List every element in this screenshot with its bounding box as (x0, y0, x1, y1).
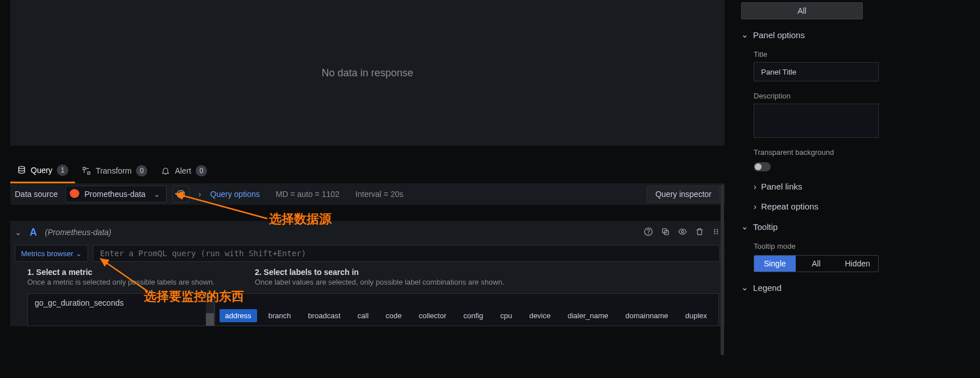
metrics-browser-toggle[interactable]: Metrics browser ⌄ (15, 245, 88, 262)
label-chip-dialer_name[interactable]: dialer_name (562, 309, 614, 322)
transparent-label: Transparent background (754, 148, 975, 157)
promql-input[interactable] (93, 245, 720, 262)
datasource-select[interactable]: Prometheus-data ⌄ (65, 186, 166, 203)
title-label: Title (754, 50, 975, 59)
scrollbar-thumb[interactable] (206, 313, 214, 326)
prometheus-icon (69, 189, 80, 199)
query-delete-button[interactable] (695, 227, 704, 238)
tooltip-mode-hidden[interactable]: Hidden (837, 256, 878, 272)
label-chip-device[interactable]: device (523, 309, 556, 322)
query-letter[interactable]: A (30, 227, 37, 239)
chevron-right-icon: › (754, 202, 756, 211)
chevron-right-icon: › (754, 182, 756, 191)
tab-query-label: Query (31, 166, 52, 175)
svg-point-13 (717, 233, 718, 234)
tab-alert[interactable]: Alert 0 (154, 158, 214, 183)
svg-point-12 (714, 233, 716, 234)
helper-select-labels-text: Once label values are selected, only pos… (255, 278, 708, 286)
svg-point-9 (717, 229, 718, 230)
tab-query-count: 1 (57, 165, 68, 176)
svg-point-7 (681, 231, 684, 233)
tooltip-mode-single[interactable]: Single (754, 256, 796, 272)
helper-select-metric-text: Once a metric is selected only possible … (27, 278, 238, 286)
datasource-selected: Prometheus-data (84, 190, 145, 199)
chevron-down-icon: ⌄ (741, 282, 749, 293)
metric-list[interactable]: go_gc_duration_seconds ▴ (27, 293, 214, 326)
tooltip-section[interactable]: ⌄ Tooltip (741, 221, 975, 232)
query-duplicate-button[interactable] (661, 227, 670, 238)
help-icon (644, 227, 653, 236)
chevron-down-icon: ⌄ (76, 249, 82, 258)
helper-select-labels-title: 2. Select labels to search in (255, 268, 708, 277)
label-chip-domainname[interactable]: domainname (620, 309, 674, 322)
tab-query[interactable]: Query 1 (10, 158, 75, 183)
chevron-down-icon: ⌄ (741, 221, 749, 232)
query-meta-md: MD = auto = 1102 (276, 190, 340, 199)
label-chip-call[interactable]: call (352, 309, 375, 322)
transparent-toggle[interactable] (754, 162, 771, 171)
chevron-right-icon: › (195, 190, 205, 199)
label-chip-cpu[interactable]: cpu (494, 309, 518, 322)
tab-alert-label: Alert (175, 166, 191, 175)
scroll-up-icon: ▴ (210, 295, 213, 301)
label-chip-broadcast[interactable]: broadcast (303, 309, 346, 322)
chevron-down-icon: ⌄ (154, 190, 160, 199)
svg-point-0 (19, 166, 25, 169)
bell-icon (161, 166, 170, 175)
svg-point-11 (717, 231, 718, 232)
legend-section[interactable]: ⌄ Legend (741, 282, 975, 293)
trash-icon (695, 227, 704, 236)
query-collapse-toggle[interactable]: ⌄ (15, 228, 22, 237)
copy-icon (661, 227, 670, 236)
label-chip-duplex[interactable]: duplex (680, 309, 713, 322)
svg-point-2 (181, 196, 181, 196)
tooltip-mode-segment[interactable]: SingleAllHidden (754, 255, 879, 272)
labels-list: addressbranchbroadcastcallcodecollectorc… (214, 293, 720, 326)
query-toggle-visibility-button[interactable] (678, 227, 687, 238)
panel-options-section[interactable]: ⌄ Panel options (741, 30, 975, 40)
tab-alert-count: 0 (196, 165, 207, 176)
tab-transform[interactable]: Transform 0 (75, 158, 154, 183)
database-icon (17, 166, 26, 175)
label-chip-code[interactable]: code (380, 309, 407, 322)
tooltip-mode-all[interactable]: All (796, 256, 837, 272)
query-datasource-display: (Prometheus-data) (45, 228, 111, 237)
datasource-help-button[interactable] (172, 186, 189, 203)
description-label: Description (754, 92, 975, 100)
panel-links-section[interactable]: › Panel links (754, 182, 975, 191)
query-options-toggle[interactable]: Query options (210, 190, 260, 199)
label-chip-address[interactable]: address (220, 309, 257, 322)
label-chip-collector[interactable]: collector (413, 309, 452, 322)
eye-icon (678, 227, 687, 236)
visualization-panel: No data in response (10, 0, 725, 146)
query-inspector-button[interactable]: Query inspector (647, 186, 720, 203)
chevron-down-icon: ⌄ (741, 30, 749, 40)
tooltip-mode-label: Tooltip mode (754, 242, 975, 250)
panel-title-input[interactable] (754, 62, 879, 81)
transform-icon (82, 166, 91, 175)
metric-item[interactable]: go_gc_duration_seconds (28, 294, 214, 312)
datasource-label: Data source (15, 190, 60, 199)
query-drag-handle[interactable] (712, 227, 720, 238)
viz-empty-text: No data in response (321, 67, 413, 79)
sidebar-all-button[interactable]: All (741, 2, 863, 19)
drag-handle-icon (712, 227, 720, 236)
svg-point-10 (714, 231, 716, 232)
label-chip-branch[interactable]: branch (263, 309, 297, 322)
helper-select-metric-title: 1. Select a metric (27, 268, 238, 277)
svg-point-8 (714, 229, 716, 230)
query-meta-interval: Interval = 20s (355, 190, 403, 199)
panel-description-input[interactable] (754, 104, 879, 138)
tab-transform-count: 0 (136, 165, 147, 176)
tab-transform-label: Transform (96, 166, 131, 175)
query-help-button[interactable] (644, 227, 653, 238)
label-chip-config[interactable]: config (458, 309, 489, 322)
help-icon (176, 190, 185, 199)
repeat-options-section[interactable]: › Repeat options (754, 202, 975, 211)
panel-scrollbar[interactable] (721, 184, 724, 355)
svg-point-4 (648, 233, 649, 234)
